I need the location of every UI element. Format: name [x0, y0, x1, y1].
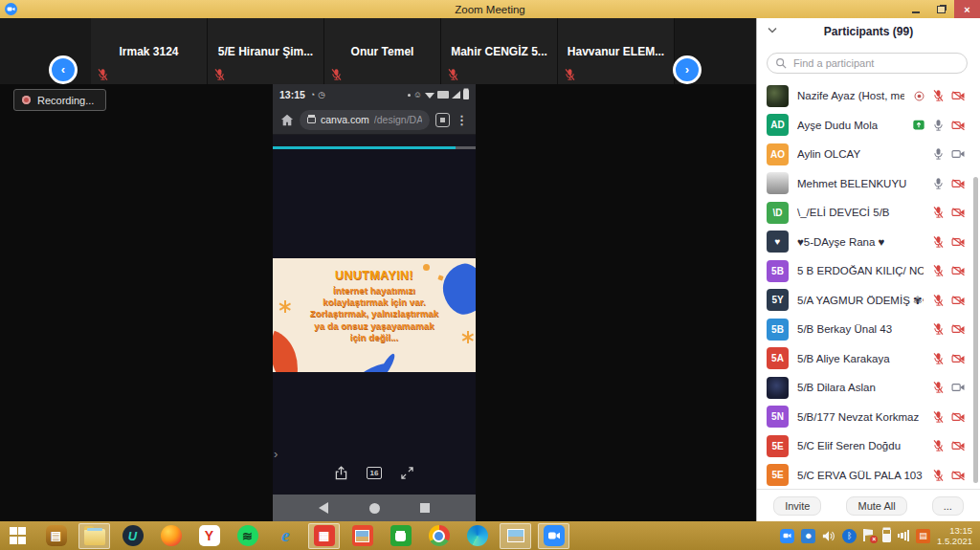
bluetooth-icon[interactable]: ᛒ: [842, 529, 857, 543]
tray-zoom-icon[interactable]: [780, 529, 794, 543]
participant-name: 5/B Berkay Ünal 43: [797, 323, 892, 335]
video-tile[interactable]: Onur Temel: [324, 18, 441, 84]
participant-name: Ayşe Dudu Mola: [797, 120, 878, 131]
recording-label: Recording...: [37, 95, 94, 106]
participant-name: 5/B Dilara Aslan: [797, 382, 876, 393]
action-center-flag-icon[interactable]: ×: [863, 529, 876, 542]
photos-icon: [352, 525, 373, 546]
search-input[interactable]: [791, 56, 959, 70]
strip-prev-button[interactable]: ‹: [49, 55, 78, 84]
participant-search[interactable]: [767, 53, 968, 74]
design-title: UNUTMAYIN!: [273, 269, 476, 282]
mute-all-button[interactable]: Mute All: [846, 496, 906, 516]
minimize-button[interactable]: [902, 0, 928, 18]
android-recents-icon: [420, 503, 430, 513]
participant-row[interactable]: Nazife Ayaz (Host, me): [757, 81, 980, 111]
taskbar-chrome[interactable]: [423, 523, 455, 549]
participant-status-icons: [932, 381, 966, 394]
participant-row[interactable]: AD Ayşe Dudu Mola: [757, 111, 980, 141]
close-button[interactable]: ×: [954, 0, 980, 18]
taskbar-edge[interactable]: [461, 523, 493, 549]
participant-status-icons: [932, 177, 966, 190]
participant-row[interactable]: 5B 5 B ERDOĞAN KILIÇ/ NO 100: [757, 256, 980, 286]
window-controls: ×: [902, 0, 980, 18]
more-options-button[interactable]: ...: [932, 496, 964, 516]
lock-icon: [307, 117, 316, 123]
participant-row[interactable]: 5N 5/B/177 Nevzat Korkmaz: [757, 403, 980, 432]
participant-status-icons: [913, 89, 966, 102]
taskbar-clock[interactable]: 13:15 1.5.2021: [937, 525, 972, 546]
participant-row[interactable]: 5E 5/C ERVA GÜL PALA 103: [757, 461, 980, 491]
zoom-app-icon: [544, 525, 565, 546]
start-button[interactable]: [2, 523, 33, 549]
list-scrollbar[interactable]: [973, 177, 978, 483]
tray-remote-app-icon[interactable]: ☻: [801, 529, 815, 543]
network-signal-icon[interactable]: [898, 530, 909, 541]
maximize-button[interactable]: [928, 0, 954, 18]
search-icon: [775, 57, 787, 69]
cam-on-icon: [951, 382, 966, 393]
taskbar-iobit-uninstaller[interactable]: U: [117, 523, 148, 549]
taskbar-spotify[interactable]: ≋: [232, 523, 263, 549]
participants-panel: Participants (99) Nazife Ayaz (Host, me)…: [756, 18, 980, 521]
video-tile[interactable]: Mahir CENGİZ 5...: [441, 18, 558, 84]
participant-name: Mehmet BELENKUYU: [797, 178, 906, 189]
participant-name: 5/C Elif Seren Doğdu: [797, 440, 901, 451]
volume-icon[interactable]: [822, 530, 835, 542]
taskbar-zoom-app[interactable]: [538, 523, 569, 549]
avatar: 5A: [767, 347, 789, 369]
docs-app-icon: ▤: [46, 525, 67, 546]
participant-row[interactable]: 5E 5/C Elif Seren Doğdu: [757, 431, 980, 461]
taskbar-photos-app[interactable]: [346, 523, 378, 549]
share-green-icon: [912, 119, 925, 131]
taskbar-yandex-browser[interactable]: Y: [193, 523, 225, 549]
participant-row[interactable]: Mehmet BELENKUYU: [757, 169, 980, 199]
taskbar-internet-explorer[interactable]: e: [270, 523, 301, 549]
chrome-icon: [429, 525, 450, 546]
mic-muted-icon: [447, 68, 459, 81]
invite-button[interactable]: Invite: [773, 496, 821, 516]
tray-battery-icon[interactable]: [882, 529, 891, 542]
taskbar-firefox[interactable]: [155, 523, 187, 549]
participant-row[interactable]: AO Aylin OLCAY: [757, 140, 980, 169]
url-path: /design/DAE:: [374, 114, 422, 125]
video-tile[interactable]: Havvanur ELEM...: [558, 18, 675, 84]
cam-off-icon: [951, 353, 966, 364]
video-strip: ‹ Irmak 3124 5/E Hiranur Şim... Onur Tem…: [0, 18, 756, 84]
participant-row[interactable]: 5B 5/B Berkay Ünal 43: [757, 315, 980, 344]
home-icon: [280, 114, 294, 126]
taskbar-image-viewer[interactable]: [500, 523, 531, 549]
windows-taskbar: ▤ U Y ≋ e ▦ ☻ ᛒ × ▤ 13:15 1.5.2021: [0, 521, 980, 550]
signal-icon: [452, 91, 460, 99]
mic-muted-icon: [932, 264, 945, 277]
participant-status-icons: [932, 439, 966, 452]
participant-status-icons: [932, 235, 966, 249]
participant-row[interactable]: 5A 5/B Aliye Karakaya: [757, 344, 980, 374]
participant-status-icons: [912, 119, 966, 132]
participant-row[interactable]: 5/B Dilara Aslan: [757, 373, 980, 403]
video-tile[interactable]: 5/E Hiranur Şim...: [208, 18, 324, 84]
mic-muted-icon: [932, 89, 945, 102]
taskbar-store-app[interactable]: [385, 523, 416, 549]
design-text-line: için değil...: [273, 332, 476, 343]
system-tray: ☻ ᛒ × ▤ 13:15 1.5.2021: [780, 525, 978, 546]
taskbar-recorder-app[interactable]: ▦: [308, 523, 340, 549]
participant-row[interactable]: \D \_/ELİ DEVECİ 5/B: [757, 198, 980, 228]
video-tile[interactable]: Irmak 3124: [91, 18, 208, 84]
mic-muted-icon: [330, 68, 343, 81]
participant-row[interactable]: 5Y 5/A YAGMUR ÖDEMİŞ ✾❀ ♛: [757, 286, 980, 316]
language-indicator-icon[interactable]: ▤: [916, 529, 930, 543]
iobit-icon: U: [122, 525, 144, 546]
strip-next-button[interactable]: ›: [673, 55, 702, 84]
taskbar-docs-app[interactable]: ▤: [40, 523, 72, 549]
edge-icon: [467, 525, 488, 546]
taskbar-file-explorer[interactable]: [78, 523, 110, 549]
participant-row[interactable]: ♥ ♥5-DAyşe Rana ♥: [757, 228, 980, 257]
battery-icon: [463, 90, 469, 99]
cam-off-icon: [951, 120, 966, 131]
share-icon: [335, 466, 347, 480]
mic-muted-icon: [564, 68, 576, 81]
store-bag-icon: [390, 525, 412, 546]
window-title: Zoom Meeting: [0, 4, 980, 15]
participant-name: 5/B/177 Nevzat Korkmaz: [797, 411, 919, 423]
